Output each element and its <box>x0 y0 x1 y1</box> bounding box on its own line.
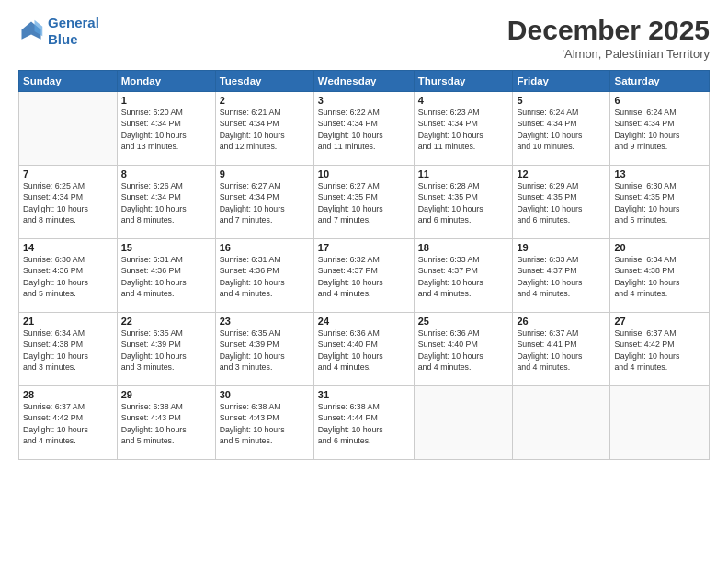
header-monday: Monday <box>117 71 215 92</box>
day-info: Sunrise: 6:35 AM Sunset: 4:39 PM Dayligh… <box>220 327 310 373</box>
day-number: 21 <box>23 316 113 327</box>
day-number: 26 <box>517 316 606 327</box>
day-info: Sunrise: 6:22 AM Sunset: 4:34 PM Dayligh… <box>318 107 410 152</box>
table-row: 27Sunrise: 6:37 AM Sunset: 4:42 PM Dayli… <box>610 313 710 386</box>
day-info: Sunrise: 6:37 AM Sunset: 4:41 PM Dayligh… <box>517 327 606 373</box>
day-info: Sunrise: 6:38 AM Sunset: 4:43 PM Dayligh… <box>220 401 310 446</box>
day-info: Sunrise: 6:32 AM Sunset: 4:37 PM Dayligh… <box>318 254 410 299</box>
calendar-week-row: 7Sunrise: 6:25 AM Sunset: 4:34 PM Daylig… <box>19 166 710 239</box>
header: General Blue December 2025 'Almon, Pales… <box>18 15 710 61</box>
day-info: Sunrise: 6:31 AM Sunset: 4:36 PM Dayligh… <box>220 254 310 299</box>
header-thursday: Thursday <box>414 71 513 92</box>
page: General Blue December 2025 'Almon, Pales… <box>0 0 728 563</box>
table-row: 3Sunrise: 6:22 AM Sunset: 4:34 PM Daylig… <box>313 92 414 166</box>
day-info: Sunrise: 6:38 AM Sunset: 4:43 PM Dayligh… <box>121 401 211 446</box>
day-info: Sunrise: 6:29 AM Sunset: 4:35 PM Dayligh… <box>517 180 606 225</box>
logo-blue: Blue <box>48 31 78 47</box>
day-number: 2 <box>220 95 310 106</box>
table-row: 12Sunrise: 6:29 AM Sunset: 4:35 PM Dayli… <box>513 166 610 239</box>
table-row: 22Sunrise: 6:35 AM Sunset: 4:39 PM Dayli… <box>117 313 215 386</box>
calendar-week-row: 1Sunrise: 6:20 AM Sunset: 4:34 PM Daylig… <box>19 92 710 166</box>
day-number: 8 <box>121 168 211 179</box>
day-info: Sunrise: 6:23 AM Sunset: 4:34 PM Dayligh… <box>418 107 509 152</box>
day-number: 28 <box>23 389 113 400</box>
table-row: 29Sunrise: 6:38 AM Sunset: 4:43 PM Dayli… <box>117 386 215 460</box>
table-row <box>414 386 513 460</box>
table-row: 1Sunrise: 6:20 AM Sunset: 4:34 PM Daylig… <box>117 92 215 166</box>
table-row: 16Sunrise: 6:31 AM Sunset: 4:36 PM Dayli… <box>215 239 313 313</box>
day-info: Sunrise: 6:20 AM Sunset: 4:34 PM Dayligh… <box>121 107 211 152</box>
day-number: 25 <box>418 316 509 327</box>
title-area: December 2025 'Almon, Palestinian Territ… <box>507 15 710 61</box>
day-number: 1 <box>121 95 211 106</box>
table-row: 2Sunrise: 6:21 AM Sunset: 4:34 PM Daylig… <box>215 92 313 166</box>
day-info: Sunrise: 6:30 AM Sunset: 4:35 PM Dayligh… <box>614 180 705 225</box>
day-number: 6 <box>614 95 705 106</box>
table-row: 17Sunrise: 6:32 AM Sunset: 4:37 PM Dayli… <box>313 239 414 313</box>
table-row: 6Sunrise: 6:24 AM Sunset: 4:34 PM Daylig… <box>610 92 710 166</box>
day-info: Sunrise: 6:24 AM Sunset: 4:34 PM Dayligh… <box>614 107 705 152</box>
table-row: 18Sunrise: 6:33 AM Sunset: 4:37 PM Dayli… <box>414 239 513 313</box>
day-info: Sunrise: 6:21 AM Sunset: 4:34 PM Dayligh… <box>220 107 310 152</box>
day-number: 27 <box>614 316 705 327</box>
table-row: 9Sunrise: 6:27 AM Sunset: 4:34 PM Daylig… <box>215 166 313 239</box>
table-row: 25Sunrise: 6:36 AM Sunset: 4:40 PM Dayli… <box>414 313 513 386</box>
day-info: Sunrise: 6:34 AM Sunset: 4:38 PM Dayligh… <box>23 327 113 373</box>
logo-text: General Blue <box>48 15 99 48</box>
table-row: 7Sunrise: 6:25 AM Sunset: 4:34 PM Daylig… <box>19 166 118 239</box>
day-number: 10 <box>318 168 410 179</box>
day-number: 4 <box>418 95 509 106</box>
table-row: 11Sunrise: 6:28 AM Sunset: 4:35 PM Dayli… <box>414 166 513 239</box>
table-row: 5Sunrise: 6:24 AM Sunset: 4:34 PM Daylig… <box>513 92 610 166</box>
day-number: 15 <box>121 242 211 253</box>
day-number: 17 <box>318 242 410 253</box>
header-saturday: Saturday <box>610 71 710 92</box>
day-info: Sunrise: 6:36 AM Sunset: 4:40 PM Dayligh… <box>318 327 410 373</box>
header-wednesday: Wednesday <box>313 71 414 92</box>
day-number: 30 <box>220 389 310 400</box>
day-info: Sunrise: 6:33 AM Sunset: 4:37 PM Dayligh… <box>517 254 606 299</box>
calendar-week-row: 14Sunrise: 6:30 AM Sunset: 4:36 PM Dayli… <box>19 239 710 313</box>
day-info: Sunrise: 6:38 AM Sunset: 4:44 PM Dayligh… <box>318 401 410 446</box>
day-info: Sunrise: 6:35 AM Sunset: 4:39 PM Dayligh… <box>121 327 211 373</box>
day-number: 16 <box>220 242 310 253</box>
table-row <box>19 92 118 166</box>
day-number: 14 <box>23 242 113 253</box>
table-row <box>513 386 610 460</box>
day-info: Sunrise: 6:24 AM Sunset: 4:34 PM Dayligh… <box>517 107 606 152</box>
day-info: Sunrise: 6:37 AM Sunset: 4:42 PM Dayligh… <box>23 401 113 446</box>
location: 'Almon, Palestinian Territory <box>507 47 710 61</box>
day-number: 9 <box>220 168 310 179</box>
day-number: 12 <box>517 168 606 179</box>
day-number: 7 <box>23 168 113 179</box>
table-row: 4Sunrise: 6:23 AM Sunset: 4:34 PM Daylig… <box>414 92 513 166</box>
day-info: Sunrise: 6:27 AM Sunset: 4:34 PM Dayligh… <box>220 180 310 225</box>
calendar: Sunday Monday Tuesday Wednesday Thursday… <box>18 70 710 460</box>
logo-general: General <box>48 15 99 30</box>
header-sunday: Sunday <box>19 71 118 92</box>
day-number: 29 <box>121 389 211 400</box>
table-row <box>610 386 710 460</box>
calendar-week-row: 28Sunrise: 6:37 AM Sunset: 4:42 PM Dayli… <box>19 386 710 460</box>
table-row: 15Sunrise: 6:31 AM Sunset: 4:36 PM Dayli… <box>117 239 215 313</box>
table-row: 31Sunrise: 6:38 AM Sunset: 4:44 PM Dayli… <box>313 386 414 460</box>
table-row: 23Sunrise: 6:35 AM Sunset: 4:39 PM Dayli… <box>215 313 313 386</box>
table-row: 10Sunrise: 6:27 AM Sunset: 4:35 PM Dayli… <box>313 166 414 239</box>
table-row: 20Sunrise: 6:34 AM Sunset: 4:38 PM Dayli… <box>610 239 710 313</box>
day-number: 18 <box>418 242 509 253</box>
calendar-week-row: 21Sunrise: 6:34 AM Sunset: 4:38 PM Dayli… <box>19 313 710 386</box>
day-number: 13 <box>614 168 705 179</box>
day-info: Sunrise: 6:36 AM Sunset: 4:40 PM Dayligh… <box>418 327 509 373</box>
table-row: 26Sunrise: 6:37 AM Sunset: 4:41 PM Dayli… <box>513 313 610 386</box>
table-row: 14Sunrise: 6:30 AM Sunset: 4:36 PM Dayli… <box>19 239 118 313</box>
month-title: December 2025 <box>507 15 710 45</box>
day-number: 5 <box>517 95 606 106</box>
calendar-header-row: Sunday Monday Tuesday Wednesday Thursday… <box>19 71 710 92</box>
day-number: 19 <box>517 242 606 253</box>
day-number: 24 <box>318 316 410 327</box>
day-info: Sunrise: 6:28 AM Sunset: 4:35 PM Dayligh… <box>418 180 509 225</box>
table-row: 19Sunrise: 6:33 AM Sunset: 4:37 PM Dayli… <box>513 239 610 313</box>
day-number: 23 <box>220 316 310 327</box>
day-number: 3 <box>318 95 410 106</box>
header-friday: Friday <box>513 71 610 92</box>
